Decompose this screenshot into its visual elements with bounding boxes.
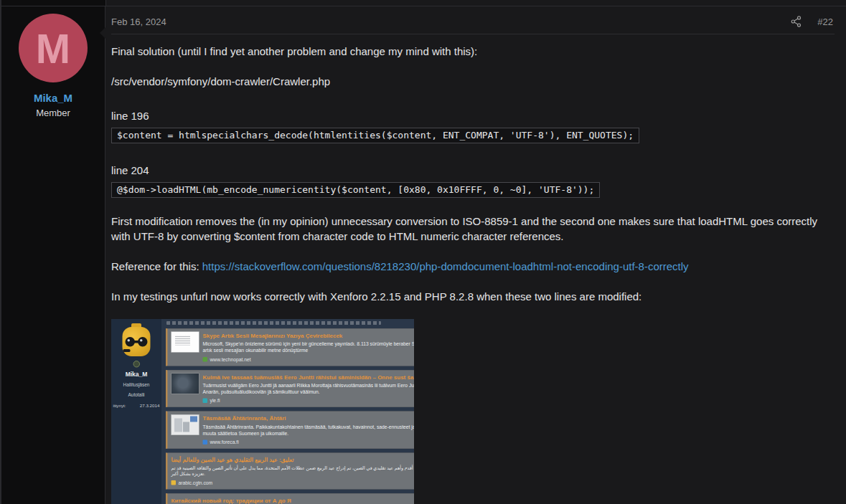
previous-post-bottom-edge (1, 0, 846, 6)
line-196-label: line 196 (111, 108, 835, 123)
thumbnail-foreca-weather (171, 414, 199, 435)
stackoverflow-link[interactable]: https://stackoverflow.com/questions/8218… (202, 260, 689, 272)
unfurl-source-text: www.foreca.fi (210, 438, 239, 446)
foreca-favicon-icon (203, 439, 208, 444)
embed-thread-list: Skype Artık Sesli Mesajlarınızı Yazıya Ç… (161, 319, 414, 504)
author-role: Member (36, 108, 70, 118)
forum-post: M Mika_M Member Feb 16, 2024 (1, 6, 846, 504)
share-icon[interactable] (791, 16, 802, 27)
post-date[interactable]: Feb 16, 2024 (111, 16, 166, 27)
unfurl-description: Microsoft, Skype'ın önizleme sürümü için… (203, 341, 415, 354)
post-message: Final solution (until I find yet another… (111, 44, 835, 504)
thumbnail-yle-article (171, 373, 199, 394)
code-line-204: @$dom->loadHTML(mb_encode_numericentity(… (111, 182, 600, 198)
unfurl-description: باعتباره أقدم وأهم عيد تقليدي في الصين، … (171, 465, 415, 477)
unfurl-card-technopat[interactable]: Skype Artık Sesli Mesajlarınızı Yazıya Ç… (166, 328, 414, 366)
embed-author-title: Hallitusjäsen (123, 381, 150, 389)
embed-author-username: Mika_M (126, 371, 148, 379)
reference-prefix: Reference for this: (111, 260, 202, 272)
line-204-label: line 204 (111, 163, 835, 178)
post-header-right: #22 (791, 16, 833, 27)
cgtn-arabic-favicon-icon (171, 480, 177, 485)
embedded-screenshot-image[interactable]: Mika_M Hallitusjäsen Autotalli ittynyt: … (111, 319, 414, 504)
unfurl-source[interactable]: arabic.cgtn.com (171, 479, 415, 487)
unfurl-source[interactable]: www.foreca.fi (203, 438, 415, 446)
unfurl-card-foreca[interactable]: Täsmäsää Ähtärinranta, Ähtäri Täsmäsää Ä… (166, 412, 414, 449)
message-bubble-tail (100, 26, 107, 40)
unfurl-card-yle[interactable]: Kulmä ive tassaaš tuämusläš Eero Juntti … (166, 370, 414, 407)
thumbnail-skype-article (171, 332, 199, 353)
previous-post-content-sliver (106, 0, 846, 6)
embed-author-sidebar: Mika_M Hallitusjäsen Autotalli ittynyt: … (111, 319, 161, 504)
avatar[interactable]: M (19, 14, 88, 82)
unfurl-source-text: arabic.cgtn.com (179, 479, 213, 487)
unfurl-description: Tuärmusist vuäligäm Eero Juntti jä aanaa… (203, 382, 415, 395)
joined-label: ittynyt: (113, 402, 126, 410)
yle-favicon-icon (203, 399, 208, 404)
unfurl-description: Täsmäsää Ähtärinranta. Paikkakuntakohtai… (203, 424, 415, 437)
paragraph-reference: Reference for this: https://stackoverflo… (111, 259, 835, 274)
unfurl-title[interactable]: Täsmäsää Ähtärinranta, Ähtäri (203, 414, 415, 422)
unfurl-title[interactable]: Китайский новый год: традиции от А до Я (171, 496, 415, 504)
paragraph-explanation: First modification removes the (in my op… (111, 214, 835, 244)
unfurl-source[interactable]: yle.fi (203, 397, 415, 405)
unfurl-card-cgtn-russian[interactable]: Китайский новый год: традиции от А до Я … (166, 493, 414, 504)
unfurl-card-cgtn-arabic[interactable]: تعليق: عيد الربيع التقليدي هو عيد الصين … (166, 452, 414, 489)
avatar-initial: M (36, 24, 70, 72)
unfurl-source-text: yle.fi (210, 397, 220, 405)
unfurl-source[interactable]: www.technopat.net (203, 356, 415, 363)
post-number[interactable]: #22 (817, 16, 833, 27)
cropped-text-line (166, 321, 381, 325)
post-header: Feb 16, 2024 #22 (111, 14, 835, 34)
technopat-favicon-icon (203, 357, 208, 362)
paragraph-final-solution: Final solution (until I find yet another… (111, 44, 835, 59)
forum-page: M Mika_M Member Feb 16, 2024 (0, 0, 846, 504)
post-content: Feb 16, 2024 #22 Final sol (105, 6, 846, 504)
code-line-196: $content = htmlspecialchars_decode(htmle… (111, 128, 639, 143)
embed-author-joined: ittynyt: 27.3.2014 (111, 402, 161, 410)
post-author-sidebar: M Mika_M Member (1, 6, 105, 504)
unfurl-title[interactable]: Skype Artık Sesli Mesajlarınızı Yazıya Ç… (203, 332, 415, 340)
unfurl-source-text: www.technopat.net (210, 356, 251, 363)
lego-avatar-icon (123, 323, 151, 358)
paragraph-testing-result: In my testings unfurl now works correctl… (111, 289, 835, 304)
paragraph-file-path: /src/vendor/symfony/dom-crawler/Crawler.… (111, 74, 835, 89)
joined-date: 27.3.2014 (140, 402, 160, 410)
embedded-forum-view: Mika_M Hallitusjäsen Autotalli ittynyt: … (111, 319, 414, 504)
unfurl-title[interactable]: تعليق: عيد الربيع التقليدي هو عيد الصين … (171, 456, 415, 464)
author-username[interactable]: Mika_M (34, 92, 72, 104)
member-badge-icon (133, 361, 140, 368)
embed-author-group: Autotalli (128, 391, 144, 399)
previous-post-sidebar-sliver (1, 0, 106, 6)
unfurl-title[interactable]: Kulmä ive tassaaš tuämusläš Eero Juntti … (203, 373, 415, 381)
